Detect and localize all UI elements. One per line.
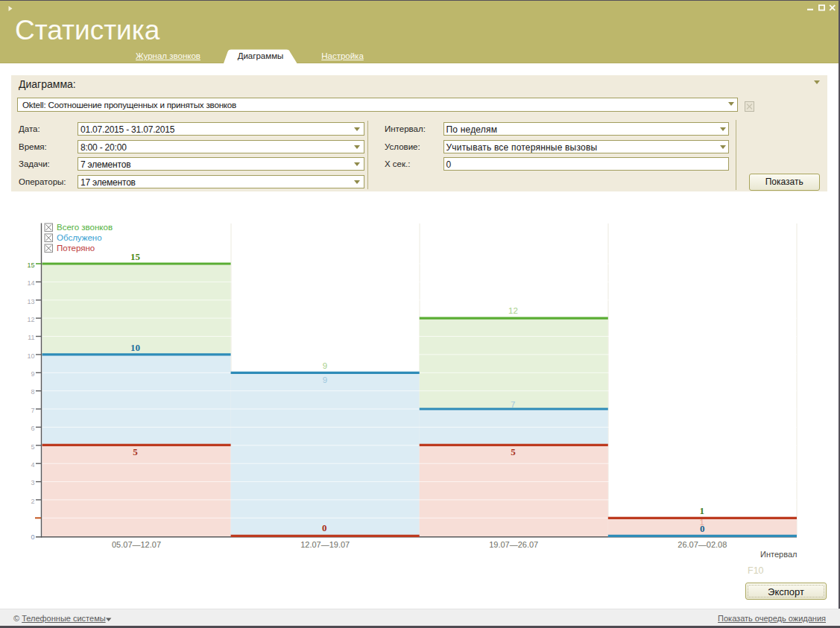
svg-text:05.07—12.07: 05.07—12.07 [112,540,161,549]
svg-text:26.07—02.08: 26.07—02.08 [678,540,727,549]
svg-text:0: 0 [322,522,327,533]
svg-text:0: 0 [31,533,34,541]
svg-text:5: 5 [511,446,516,457]
svg-text:Потеряно: Потеряно [57,244,95,253]
svg-text:9: 9 [323,375,327,384]
svg-text:Всего звонков: Всего звонков [57,223,113,232]
svg-text:10: 10 [130,342,140,353]
svg-text:11: 11 [28,334,34,341]
svg-text:5: 5 [31,443,34,451]
svg-text:3: 3 [31,479,34,486]
svg-text:9: 9 [323,361,327,370]
svg-text:9: 9 [31,370,34,378]
svg-text:5: 5 [133,446,138,457]
svg-text:7: 7 [31,407,34,414]
svg-text:Обслужено: Обслужено [57,233,102,242]
svg-text:14: 14 [27,279,34,287]
svg-text:15: 15 [27,261,34,269]
svg-text:8: 8 [31,388,34,396]
svg-text:13: 13 [27,298,34,305]
svg-text:19.07—26.07: 19.07—26.07 [489,540,538,549]
svg-text:12.07—19.07: 12.07—19.07 [300,540,350,549]
svg-text:1: 1 [699,505,704,516]
svg-text:Интервал: Интервал [760,550,797,559]
svg-text:2: 2 [31,498,34,505]
svg-text:12: 12 [508,306,518,315]
svg-text:F10: F10 [748,565,764,576]
svg-text:6: 6 [31,425,34,432]
svg-text:10: 10 [27,352,34,360]
svg-text:7: 7 [511,400,515,409]
svg-text:12: 12 [27,316,34,323]
svg-text:1: 1 [699,518,704,527]
svg-text:4: 4 [31,461,34,469]
svg-text:15: 15 [130,251,141,262]
